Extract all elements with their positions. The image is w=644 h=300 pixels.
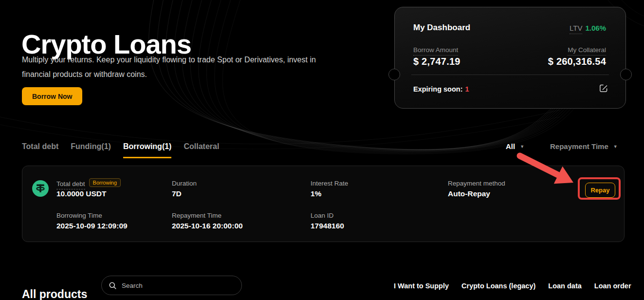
usdt-tether-icon <box>32 180 49 197</box>
repayment-time-value: 2025-10-16 20:00:00 <box>172 222 243 230</box>
total-debt-value: 10.0000 USDT <box>56 189 107 198</box>
sort-filter-value: Repayment Time <box>550 142 608 150</box>
status-filter-value: All <box>506 142 515 150</box>
borrow-amount-label: Borrow Amount <box>413 46 458 54</box>
search-input[interactable] <box>121 281 234 290</box>
edit-square-icon <box>599 83 608 93</box>
ltv-value: 1.06% <box>585 24 606 32</box>
card-notch-right <box>620 69 632 80</box>
subtitle-line-1: Multiply your returns. Keep your liquidi… <box>22 53 316 67</box>
expiring-soon: Expiring soon:1 <box>413 85 469 93</box>
sort-filter-dropdown[interactable]: Repayment Time▼ <box>550 142 618 150</box>
loan-order-card: Total debtBorrowing 10.0000 USDT Duratio… <box>22 166 625 242</box>
borrowing-time-label: Borrowing Time <box>56 212 102 219</box>
page-subtitle: Multiply your returns. Keep your liquidi… <box>22 53 316 82</box>
chevron-down-icon: ▼ <box>520 144 524 149</box>
link-i-want-to-supply[interactable]: I Want to Supply <box>394 282 449 290</box>
all-products-heading: All products <box>22 288 87 300</box>
my-dashboard-card: My Dashboard LTV1.06% Borrow Amount My C… <box>394 7 626 109</box>
link-crypto-loans-legacy[interactable]: Crypto Loans (legacy) <box>461 282 535 290</box>
borrow-amount-value: $ 2,747.19 <box>413 56 460 67</box>
borrowing-status-badge: Borrowing <box>89 178 121 187</box>
collateral-label: My Collateral <box>568 46 606 54</box>
edit-dashboard-button[interactable] <box>598 83 609 94</box>
product-search[interactable] <box>101 276 242 295</box>
link-loan-order[interactable]: Loan order <box>594 282 631 290</box>
chevron-down-icon: ▼ <box>613 144 618 149</box>
tab-total-debt[interactable]: Total debt <box>22 142 58 158</box>
interest-rate-label: Interest Rate <box>311 180 348 187</box>
repayment-method-value: Auto-Repay <box>448 189 490 198</box>
ltv-label: LTV <box>570 24 582 34</box>
card-notch-left <box>388 69 400 80</box>
link-loan-data[interactable]: Loan data <box>548 282 581 290</box>
repayment-method-label: Repayment method <box>448 180 505 187</box>
duration-value: 7D <box>172 189 182 198</box>
loan-id-label: Loan ID <box>311 212 333 219</box>
repay-button[interactable]: Repay <box>585 183 615 198</box>
status-filter-dropdown[interactable]: All▼ <box>506 142 524 150</box>
interest-rate-value: 1% <box>311 189 321 198</box>
tab-collateral[interactable]: Collateral <box>184 142 219 158</box>
ltv-indicator: LTV1.06% <box>570 24 606 32</box>
collateral-value: $ 260,316.54 <box>548 56 606 67</box>
dashboard-divider <box>411 75 609 75</box>
borrowing-time-value: 2025-10-09 12:09:09 <box>56 222 128 230</box>
repayment-time-label: Repayment Time <box>172 212 221 219</box>
subtitle-line-2: financial products or withdraw coins. <box>22 67 316 82</box>
expiring-soon-count: 1 <box>465 85 469 93</box>
duration-label: Duration <box>172 180 197 187</box>
debt-tabs: Total debt Funding(1) Borrowing(1) Colla… <box>22 142 219 158</box>
expiring-soon-label: Expiring soon: <box>413 85 463 93</box>
borrow-now-button[interactable]: Borrow Now <box>22 87 82 105</box>
tab-borrowing[interactable]: Borrowing(1) <box>123 142 172 158</box>
search-icon <box>109 282 116 289</box>
total-debt-label: Total debtBorrowing <box>56 180 121 188</box>
tab-funding[interactable]: Funding(1) <box>71 142 111 158</box>
dashboard-title: My Dashboard <box>413 23 470 33</box>
loan-id-value: 17948160 <box>311 222 344 230</box>
bottom-links: I Want to Supply Crypto Loans (legacy) L… <box>394 282 631 290</box>
